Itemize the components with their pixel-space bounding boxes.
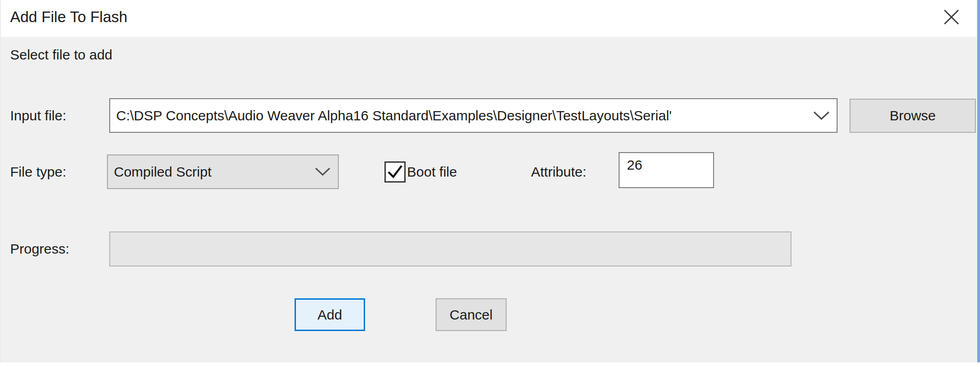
section-heading: Select file to add <box>10 47 112 63</box>
titlebar[interactable]: Add File To Flash <box>1 0 980 37</box>
browse-button[interactable]: Browse <box>850 99 976 133</box>
dialog-title: Add File To Flash <box>10 0 127 34</box>
check-icon <box>385 161 405 183</box>
attribute-label: Attribute: <box>531 154 586 189</box>
attribute-input[interactable] <box>619 152 714 188</box>
file-type-label: File type: <box>10 154 66 189</box>
input-file-label: Input file: <box>10 98 66 133</box>
file-type-value: Compiled Script <box>108 164 307 180</box>
boot-file-label: Boot file <box>407 164 457 180</box>
input-file-combobox[interactable]: C:\DSP Concepts\Audio Weaver Alpha16 Sta… <box>109 98 838 133</box>
checkbox-box[interactable] <box>384 161 406 183</box>
chevron-down-icon[interactable] <box>806 111 837 120</box>
close-button[interactable] <box>937 3 966 31</box>
cancel-button[interactable]: Cancel <box>436 298 507 331</box>
file-type-dropdown[interactable]: Compiled Script <box>107 154 339 189</box>
progress-label: Progress: <box>10 231 69 266</box>
window-border-right <box>977 0 980 362</box>
close-icon <box>942 8 961 26</box>
add-button[interactable]: Add <box>295 298 365 331</box>
chevron-down-icon <box>307 167 338 176</box>
boot-file-checkbox[interactable]: Boot file <box>384 154 457 189</box>
screen: Add File To Flash Select file to add Inp… <box>0 0 980 367</box>
progress-bar <box>109 231 791 266</box>
add-file-to-flash-dialog: Add File To Flash Select file to add Inp… <box>0 0 980 362</box>
dialog-body: Select file to add Input file: C:\DSP Co… <box>1 37 980 362</box>
input-file-value[interactable]: C:\DSP Concepts\Audio Weaver Alpha16 Sta… <box>110 108 806 124</box>
